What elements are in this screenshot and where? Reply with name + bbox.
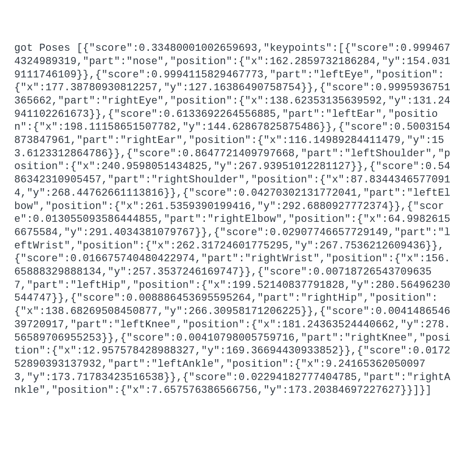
console-log-output: got Poses [{"score":0.33480001002659693,… — [14, 42, 452, 397]
